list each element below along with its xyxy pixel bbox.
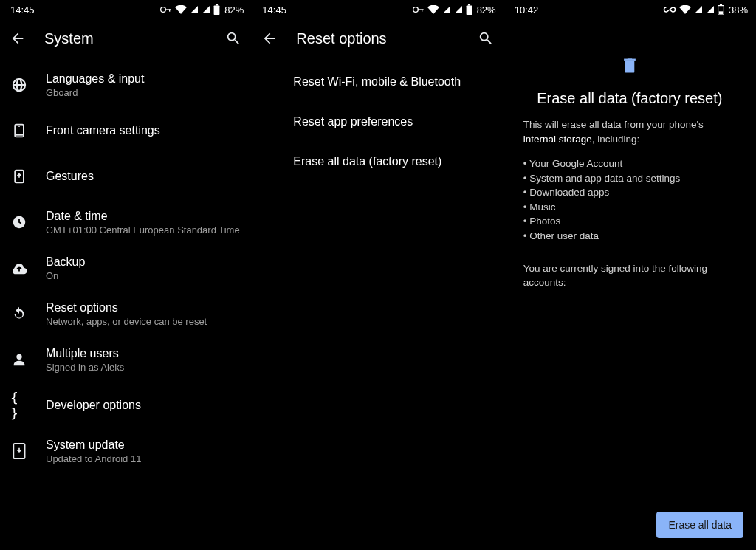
erase-body: This will erase all data from your phone… <box>523 117 736 290</box>
svg-rect-1 <box>165 9 171 10</box>
vpn-key-icon <box>413 5 425 14</box>
back-button[interactable] <box>7 28 28 49</box>
row-reset-app-prefs[interactable]: Reset app preferences <box>252 102 503 142</box>
battery-icon <box>213 4 220 15</box>
search-icon <box>478 30 494 47</box>
svg-point-10 <box>16 354 21 360</box>
signal-icon <box>190 5 199 14</box>
erase-bullet: Photos <box>523 214 736 229</box>
panel-erase-all-data: 10:42 38% Erase all data (factory reset)… <box>504 0 756 550</box>
svg-rect-22 <box>628 58 632 59</box>
svg-rect-4 <box>216 4 218 6</box>
arrow-back-icon <box>10 30 26 47</box>
row-title: Front camera settings <box>46 124 241 137</box>
erase-accounts-msg: You are currently signed into the follow… <box>523 261 736 290</box>
row-date-time[interactable]: Date & timeGMT+01:00 Central European St… <box>0 199 251 245</box>
row-system-update[interactable]: System updateUpdated to Android 11 <box>0 428 251 474</box>
svg-rect-18 <box>720 4 722 6</box>
infinity-icon <box>663 6 676 13</box>
row-title: Gestures <box>46 170 241 183</box>
app-bar: System <box>0 19 251 58</box>
status-icons: 82% <box>413 4 496 16</box>
svg-rect-16 <box>468 4 470 6</box>
reset-icon <box>11 306 27 322</box>
system-update-icon <box>13 443 26 459</box>
svg-point-12 <box>413 7 418 13</box>
status-time: 14:45 <box>262 4 286 16</box>
gesture-icon <box>12 168 27 185</box>
braces-icon: { } <box>10 390 28 421</box>
row-reset-options[interactable]: Reset optionsNetwork, apps, or device ca… <box>0 291 251 337</box>
row-title: Developer options <box>46 399 241 412</box>
signal-icon <box>694 5 703 14</box>
row-erase-all-data[interactable]: Erase all data (factory reset) <box>252 142 503 182</box>
wifi-icon <box>679 5 691 14</box>
row-title: Backup <box>46 255 241 269</box>
globe-icon <box>11 77 27 93</box>
svg-rect-19 <box>719 11 723 14</box>
search-icon <box>225 30 241 47</box>
svg-rect-21 <box>624 59 636 61</box>
erase-bullet: Downloaded apps <box>523 185 736 200</box>
svg-point-0 <box>161 7 166 13</box>
row-reset-wifi-mobile-bt[interactable]: Reset Wi-Fi, mobile & Bluetooth <box>252 62 503 102</box>
wifi-icon <box>175 5 187 14</box>
status-bar: 10:42 38% <box>504 0 755 19</box>
svg-rect-15 <box>466 6 472 15</box>
row-title: System update <box>46 439 241 452</box>
row-subtitle: On <box>46 270 241 281</box>
erase-bottom-bar: Erase all data <box>656 512 743 538</box>
settings-list: Languages & inputGboard Front camera set… <box>0 58 251 550</box>
person-icon <box>11 351 27 368</box>
erase-intro-1: This will erase all data from your phone… <box>523 119 704 130</box>
status-bar: 14:45 82% <box>0 0 251 19</box>
signal-icon <box>706 5 715 14</box>
wifi-icon <box>427 5 439 14</box>
row-subtitle: Gboard <box>46 87 241 98</box>
page-title: System <box>44 30 94 47</box>
clock-icon <box>11 214 27 230</box>
status-time: 14:45 <box>10 4 35 16</box>
svg-rect-7 <box>15 134 24 136</box>
status-battery: 82% <box>224 4 244 16</box>
trash-icon <box>622 58 637 77</box>
row-subtitle: GMT+01:00 Central European Standard Time <box>46 224 241 236</box>
status-time: 10:42 <box>515 4 539 16</box>
reset-list: Reset Wi-Fi, mobile & Bluetooth Reset ap… <box>252 58 503 550</box>
erase-all-data-button[interactable]: Erase all data <box>656 512 743 538</box>
row-title: Reset options <box>46 301 241 314</box>
erase-title: Erase all data (factory reset) <box>537 90 722 107</box>
status-icons: 38% <box>663 4 748 16</box>
row-multiple-users[interactable]: Multiple usersSigned in as Aleks <box>0 337 251 382</box>
page-title: Reset options <box>296 30 386 47</box>
erase-bullet: Other user data <box>523 229 736 244</box>
app-bar: Reset options <box>252 19 503 58</box>
erase-content: Erase all data (factory reset) This will… <box>504 19 755 290</box>
search-button[interactable] <box>475 28 496 49</box>
signal-icon <box>454 5 463 14</box>
row-subtitle: Updated to Android 11 <box>46 453 241 464</box>
erase-bullet: System and app data and settings <box>523 171 736 186</box>
battery-icon <box>718 4 724 15</box>
signal-icon <box>442 5 451 14</box>
svg-rect-20 <box>625 61 635 73</box>
row-title: Multiple users <box>46 347 241 360</box>
row-developer-options[interactable]: { } Developer options <box>0 382 251 428</box>
row-front-camera[interactable]: Front camera settings <box>0 108 251 154</box>
battery-icon <box>466 4 472 15</box>
status-battery: 82% <box>477 4 496 16</box>
row-title: Date & time <box>46 210 241 223</box>
erase-bullet: Music <box>523 200 736 215</box>
vpn-key-icon <box>160 5 172 14</box>
back-button[interactable] <box>259 28 280 49</box>
svg-rect-3 <box>214 6 220 15</box>
search-button[interactable] <box>223 28 244 49</box>
svg-rect-13 <box>417 9 423 10</box>
status-icons: 82% <box>160 4 244 16</box>
svg-rect-14 <box>422 9 422 11</box>
arrow-back-icon <box>261 30 278 47</box>
svg-point-6 <box>18 126 20 127</box>
row-languages-input[interactable]: Languages & inputGboard <box>0 62 251 108</box>
row-backup[interactable]: BackupOn <box>0 245 251 291</box>
row-gestures[interactable]: Gestures <box>0 154 251 199</box>
